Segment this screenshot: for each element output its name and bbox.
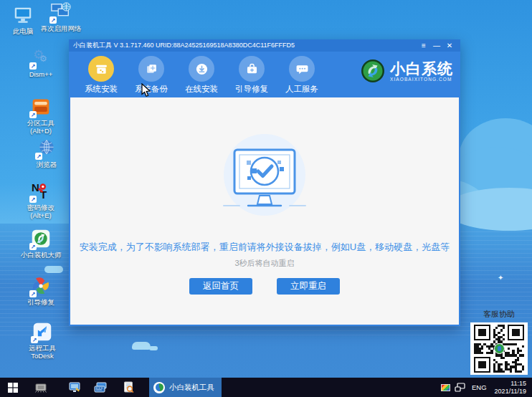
restart-countdown: 3秒后将自动重启 (234, 258, 294, 269)
nav-label: 人工服务 (285, 84, 318, 95)
icon-sublabel: (Alt+D) (30, 127, 52, 135)
nav-label: 系统备份 (135, 84, 168, 95)
window-titlebar: 小白装机工具 V 3.1.717.460 URID:88A24525169518… (69, 39, 460, 52)
cloud (132, 342, 151, 350)
desktop-icon-boot-repair[interactable]: ↗ 引导修复 (18, 275, 64, 306)
toolbox-icon (239, 56, 265, 82)
desktop-icon-browser[interactable]: ↗ 浏览器 (24, 138, 70, 168)
taskbar: 小白装机工具 ENG 11:15 2021/11/19 (0, 378, 532, 397)
icon-sublabel: (Alt+E) (30, 211, 51, 219)
taskbar-chip-tool[interactable] (30, 378, 52, 397)
shortcut-arrow-icon: ↗ (29, 243, 37, 250)
taskbar-osk-tool[interactable] (90, 378, 112, 397)
icon-label: 远程工具 (29, 344, 56, 352)
chat-bubble-icon (289, 56, 315, 82)
windows-logo-icon (8, 383, 18, 393)
xiaobai-logo-icon (360, 58, 386, 84)
brand-text: 小白系统 XIAOBAIXITONG.COM (390, 61, 453, 82)
chip-icon (34, 383, 47, 393)
nav-label: 系统安装 (85, 84, 118, 95)
nav-label: 在线安装 (185, 84, 218, 95)
nav-item-human-service[interactable]: 人工服务 (277, 56, 327, 95)
gears-icon: ⚙⚙ ↗ (30, 47, 52, 69)
magnifier-doc-icon (123, 381, 134, 393)
xiaobai-app-icon (153, 382, 165, 393)
install-box-icon (88, 56, 114, 82)
tray-language[interactable]: ENG (467, 383, 492, 391)
tray-date: 2021/11/19 (495, 388, 526, 396)
shortcut-arrow-icon: ↗ (29, 111, 37, 118)
tray-display-color-icon[interactable] (438, 378, 452, 397)
icon-label: 密码修改 (27, 204, 54, 211)
nt-password-icon: NT ↗ (30, 181, 52, 202)
qr-center-logo-icon (494, 343, 505, 354)
icon-label: 引导修复 (27, 298, 54, 306)
success-monitor-illustration (211, 132, 318, 222)
icon-label: 分区工具 (27, 119, 54, 127)
menu-button[interactable]: ≡ (417, 39, 430, 52)
desktop: ✦ ✦ 此电脑 ↗ 再次启用网络 ⚙⚙ ↗ Dism++ ↗ 分区工具 (Alt… (0, 0, 532, 397)
backup-copies-icon (138, 56, 164, 82)
svg-text:N: N (32, 181, 39, 193)
desktop-icon-partition-tool[interactable]: ↗ 分区工具 (Alt+D) (18, 96, 64, 135)
shortcut-arrow-icon: ↗ (29, 62, 37, 70)
nav-item-boot-repair[interactable]: 引导修复 (227, 56, 277, 95)
brand-title: 小白系统 (390, 61, 453, 77)
shortcut-arrow-icon: ↗ (29, 196, 37, 203)
shortcut-arrow-icon: ↗ (49, 16, 57, 24)
partition-tool-icon: ↗ (30, 96, 52, 118)
globe-icon: ↗ (36, 138, 57, 159)
nav-label: 引导修复 (235, 84, 268, 95)
customer-service-qr (470, 322, 528, 375)
window-title: 小白装机工具 V 3.1.717.460 URID:88A24525169518… (73, 41, 417, 50)
download-icon (189, 56, 214, 82)
brand-logo: 小白系统 XIAOBAIXITONG.COM (360, 58, 453, 84)
shortcut-arrow-icon: ↗ (31, 336, 38, 343)
restart-now-button[interactable]: 立即重启 (277, 278, 340, 295)
icon-label: Dism++ (29, 70, 53, 78)
display-settings-icon (69, 382, 82, 393)
desktop-icon-enable-network[interactable]: ↗ 再次启用网络 (38, 1, 84, 32)
qr-code (474, 325, 524, 373)
icon-label: 浏览器 (37, 161, 57, 168)
tray-time: 11:15 (495, 380, 526, 388)
back-home-button[interactable]: 返回首页 (189, 278, 252, 295)
qr-panel-label: 客服协助 (470, 309, 528, 320)
pinwheel-icon: ↗ (30, 275, 52, 297)
icon-label: 此电脑 (13, 27, 34, 35)
desktop-icon-password-reset[interactable]: NT ↗ 密码修改 (Alt+E) (18, 181, 64, 219)
shortcut-arrow-icon: ↗ (35, 153, 42, 160)
taskbar-active-app[interactable]: 小白装机工具 (149, 378, 222, 397)
todesk-icon: ↗ (32, 321, 53, 343)
xiaobai-tool-window: 小白装机工具 V 3.1.717.460 URID:88A24525169518… (69, 39, 460, 326)
icon-label: 再次启用网络 (41, 24, 82, 32)
nav-item-system-install[interactable]: 系统安装 (76, 56, 126, 95)
desktop-icon-dism[interactable]: ⚙⚙ ↗ Dism++ (18, 47, 64, 78)
start-button[interactable] (0, 378, 26, 397)
active-app-label: 小白装机工具 (169, 383, 214, 393)
nav-item-system-backup[interactable]: 系统备份 (126, 56, 176, 95)
shortcut-arrow-icon: ↗ (29, 290, 37, 297)
desktop-icon-xiaobai-master[interactable]: ↗ 小白装机大师 (18, 228, 64, 259)
tray-network-icon[interactable] (452, 378, 467, 397)
brand-subtitle: XIAOBAIXITONG.COM (390, 77, 453, 82)
sparkle: ✦ (498, 274, 503, 282)
xiaobai-logo-icon: ↗ (30, 228, 52, 249)
nav-item-online-install[interactable]: 在线安装 (176, 56, 227, 95)
monitor-icon (12, 4, 34, 26)
taskbar-display-tool[interactable] (65, 378, 86, 397)
tray-clock[interactable]: 11:15 2021/11/19 (492, 380, 532, 395)
desktop-icon-todesk[interactable]: ↗ 远程工具 ToDesk (19, 321, 65, 360)
icon-label: 小白装机大师 (21, 251, 62, 259)
minimize-button[interactable]: — (430, 39, 443, 52)
window-content: 安装完成，为了不影响系统部署，重启前请将外接设备拔掉，例如U盘，移动硬盘，光盘等… (70, 97, 459, 325)
mouse-cursor (141, 83, 151, 97)
cloud (149, 346, 158, 350)
taskbar-search-tool[interactable] (118, 378, 139, 397)
completion-message: 安装完成，为了不影响系统部署，重启前请将外接设备拔掉，例如U盘，移动硬盘，光盘等 (80, 241, 450, 254)
action-buttons: 返回首页 立即重启 (189, 278, 340, 295)
close-button[interactable]: ✕ (443, 39, 456, 52)
window-navbar: 系统安装 系统备份 在线安装 引导修复 (69, 52, 460, 97)
cloud (44, 266, 63, 273)
network-icon: ↗ (50, 1, 72, 23)
